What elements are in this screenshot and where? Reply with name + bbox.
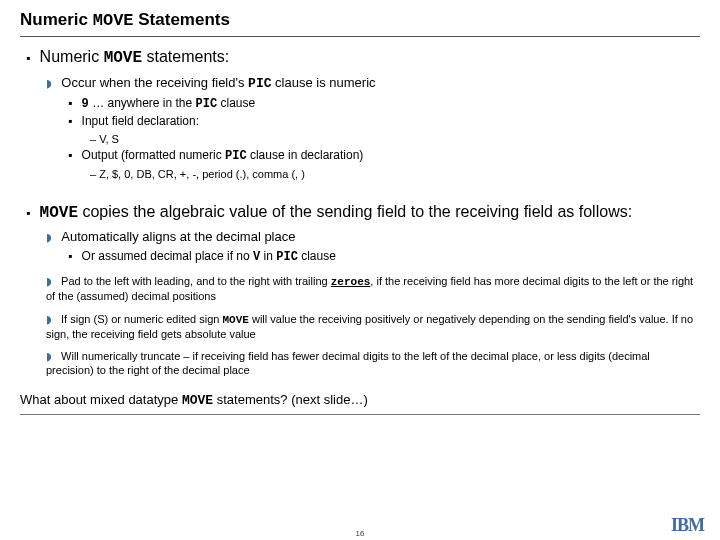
t: Or assumed decimal place if no bbox=[82, 249, 253, 263]
bullet-arrow: ◗ bbox=[46, 231, 52, 243]
t: Output (formatted numeric bbox=[82, 148, 225, 162]
bullet-arrow: ◗ bbox=[46, 77, 52, 89]
sec1-sub1: ◗ Occur when the receiving field's PIC c… bbox=[20, 75, 700, 93]
title-post: Statements bbox=[134, 10, 230, 29]
sec2-b1: ◗ Automatically aligns at the decimal pl… bbox=[20, 229, 700, 246]
t: If sign (S) or numeric edited sign bbox=[61, 313, 222, 325]
t: Input field declaration: bbox=[82, 114, 199, 128]
bullet-square: ▪ bbox=[68, 96, 72, 110]
t: PIC bbox=[196, 97, 218, 111]
logo-text: IBM bbox=[671, 516, 704, 534]
t: Pad to the left with leading, and to the… bbox=[61, 275, 331, 287]
ibm-logo: IBM bbox=[671, 515, 704, 536]
sec1-s1b-detail: – V, S bbox=[20, 132, 700, 148]
gap bbox=[20, 184, 700, 194]
sec1-post: statements: bbox=[142, 48, 229, 65]
t: clause is numeric bbox=[272, 75, 376, 90]
bullet-square: ▪ bbox=[68, 249, 72, 263]
section-1-header: ▪ Numeric MOVE statements: bbox=[20, 47, 700, 69]
title-pre: Numeric bbox=[20, 10, 93, 29]
bullet-square: ▪ bbox=[26, 51, 30, 65]
t: Automatically aligns at the decimal plac… bbox=[61, 229, 295, 244]
t: zeroes bbox=[331, 276, 371, 288]
sec1-s1b: ▪ Input field declaration: bbox=[20, 114, 700, 130]
footer-bar: IBM bbox=[0, 515, 720, 536]
t: – V, S bbox=[90, 133, 119, 145]
t: Occur when the receiving field's bbox=[61, 75, 248, 90]
bullet-arrow: ◗ bbox=[46, 313, 52, 325]
bullet-square: ▪ bbox=[68, 114, 72, 128]
sec1-mono: MOVE bbox=[104, 49, 142, 67]
t: clause bbox=[217, 96, 255, 110]
sec1-s1c-detail: – Z, $, 0, DB, CR, +, -, period (.), com… bbox=[20, 167, 700, 183]
t: PIC bbox=[248, 76, 271, 91]
t: statements? (next slide…) bbox=[213, 392, 368, 407]
sec2-b1a: ▪ Or assumed decimal place if no V in PI… bbox=[20, 249, 700, 266]
t: MOVE bbox=[40, 204, 78, 222]
sec2-b4: ◗ Will numerically truncate – if receivi… bbox=[20, 349, 700, 378]
t: MOVE bbox=[222, 314, 248, 326]
t: clause in declaration) bbox=[247, 148, 364, 162]
t: Will numerically truncate – if receiving… bbox=[46, 350, 650, 376]
t: … anywhere in the bbox=[89, 96, 196, 110]
bullet-square: ▪ bbox=[26, 206, 30, 220]
footer-question: What about mixed datatype MOVE statement… bbox=[20, 392, 700, 415]
content-list: ▪ Numeric MOVE statements: ◗ Occur when … bbox=[20, 47, 700, 378]
sec2-b3: ◗ If sign (S) or numeric edited sign MOV… bbox=[20, 312, 700, 342]
t: clause bbox=[298, 249, 336, 263]
t: PIC bbox=[276, 250, 298, 264]
title-mono: MOVE bbox=[93, 11, 134, 30]
bullet-arrow: ◗ bbox=[46, 275, 52, 287]
t: What about mixed datatype bbox=[20, 392, 182, 407]
bullet-square: ▪ bbox=[68, 148, 72, 162]
t: in bbox=[260, 249, 276, 263]
sec2-b2: ◗ Pad to the left with leading, and to t… bbox=[20, 274, 700, 304]
sec1-s1a: ▪ 9 … anywhere in the PIC clause bbox=[20, 96, 700, 113]
t: MOVE bbox=[182, 393, 213, 408]
t: PIC bbox=[225, 149, 247, 163]
bullet-arrow: ◗ bbox=[46, 350, 52, 362]
sec1-s1c: ▪ Output (formatted numeric PIC clause i… bbox=[20, 148, 700, 165]
t: copies the algebraic value of the sendin… bbox=[78, 203, 632, 220]
t: 9 bbox=[82, 97, 89, 111]
page-title: Numeric MOVE Statements bbox=[20, 10, 700, 37]
section-2-header: ▪ MOVE copies the algebraic value of the… bbox=[20, 202, 700, 224]
sec1-pre: Numeric bbox=[40, 48, 104, 65]
t: – Z, $, 0, DB, CR, +, -, period (.), com… bbox=[90, 168, 305, 180]
